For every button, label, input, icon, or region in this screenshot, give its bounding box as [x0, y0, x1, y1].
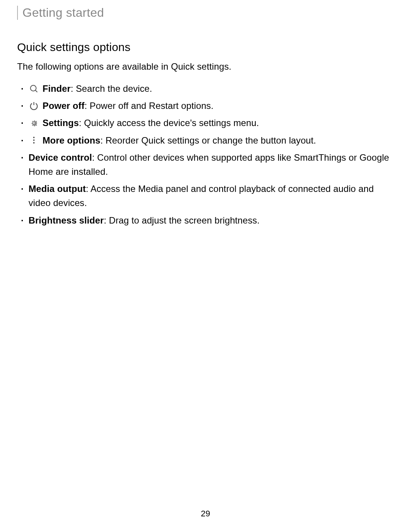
option-label: Finder: [43, 83, 71, 94]
option-desc: : Drag to adjust the screen brightness.: [104, 215, 260, 225]
option-device-control: Device control: Control other devices wh…: [29, 150, 390, 179]
option-brightness: Brightness slider: Drag to adjust the sc…: [29, 213, 390, 227]
search-icon: [29, 84, 38, 93]
page-header: Getting started: [17, 6, 390, 20]
option-label: Device control: [29, 152, 92, 163]
option-desc: : Reorder Quick settings or change the b…: [100, 135, 316, 145]
option-power-off: Power off: Power off and Restart options…: [29, 99, 390, 113]
intro-paragraph: The following options are available in Q…: [17, 61, 390, 72]
option-label: More options: [43, 135, 100, 145]
option-settings: Settings: Quickly access the device's se…: [29, 116, 390, 130]
more-icon: [29, 136, 38, 145]
option-finder: Finder: Search the device.: [29, 81, 390, 96]
option-label: Settings: [43, 118, 79, 128]
header-section-title: Getting started: [22, 6, 390, 20]
option-desc: : Quickly access the device's settings m…: [79, 118, 259, 128]
svg-point-0: [30, 85, 36, 91]
option-desc: : Search the device.: [71, 83, 152, 94]
option-desc: : Power off and Restart options.: [84, 101, 213, 111]
section-heading: Quick settings options: [17, 41, 390, 54]
options-list: Finder: Search the device. Power off: Po…: [17, 81, 390, 227]
option-label: Brightness slider: [29, 215, 104, 225]
option-label: Media output: [29, 184, 86, 194]
page-number: 29: [0, 509, 411, 519]
option-more: More options: Reorder Quick settings or …: [29, 133, 390, 147]
option-media-output: Media output: Access the Media panel and…: [29, 182, 390, 210]
power-icon: [29, 101, 38, 110]
svg-line-1: [35, 90, 37, 92]
svg-point-3: [33, 137, 35, 138]
option-label: Power off: [43, 101, 84, 111]
svg-point-4: [33, 139, 35, 141]
svg-point-5: [33, 142, 35, 144]
gear-icon: [29, 118, 38, 128]
